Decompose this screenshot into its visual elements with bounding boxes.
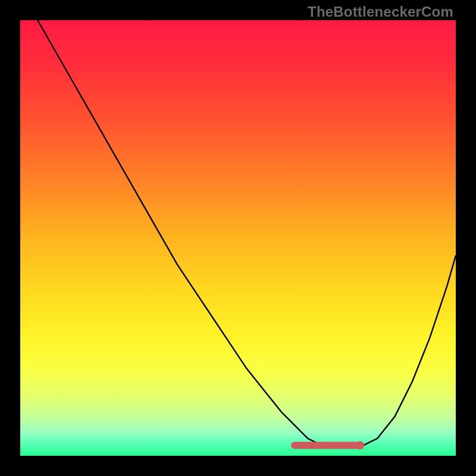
chart-frame: TheBottleneckerCom [0, 0, 476, 476]
optimal-point-marker [356, 441, 364, 449]
bottleneck-chart [20, 20, 456, 456]
watermark: TheBottleneckerCom [308, 4, 453, 20]
plot-area [20, 20, 456, 456]
gradient-background [20, 20, 456, 456]
